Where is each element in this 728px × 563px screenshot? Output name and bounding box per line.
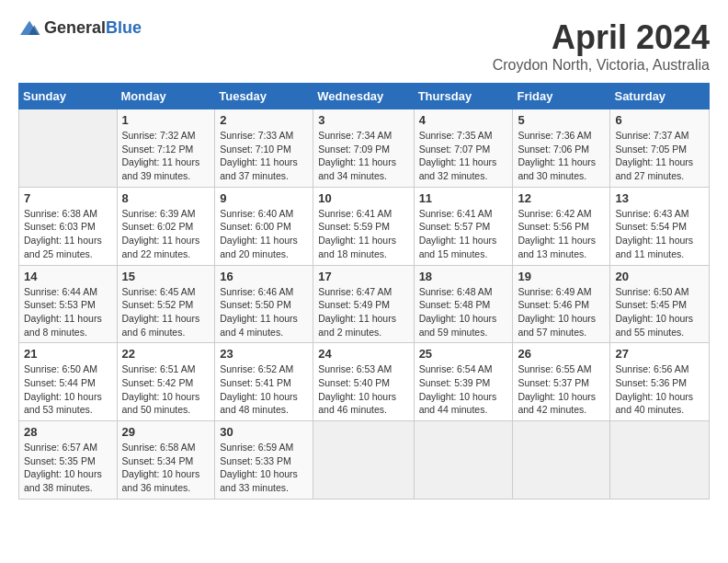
- calendar-cell: 1Sunrise: 7:32 AMSunset: 7:12 PMDaylight…: [117, 109, 215, 188]
- page-header: GeneralBlue April 2024 Croydon North, Vi…: [18, 18, 710, 74]
- day-info: Sunrise: 6:53 AMSunset: 5:40 PMDaylight:…: [318, 362, 408, 417]
- day-info: Sunrise: 6:41 AMSunset: 5:57 PMDaylight:…: [419, 207, 508, 261]
- calendar-cell: 10Sunrise: 6:41 AMSunset: 5:59 PMDayligh…: [313, 187, 414, 265]
- day-number: 1: [122, 113, 210, 127]
- logo: GeneralBlue: [18, 18, 142, 38]
- day-number: 23: [220, 347, 308, 361]
- day-number: 9: [220, 191, 308, 205]
- day-number: 19: [518, 270, 605, 283]
- header-thursday: Thursday: [414, 84, 513, 109]
- logo-blue: Blue: [106, 18, 142, 37]
- day-number: 18: [419, 270, 508, 283]
- calendar-cell: 12Sunrise: 6:42 AMSunset: 5:56 PMDayligh…: [513, 187, 610, 265]
- day-info: Sunrise: 7:36 AMSunset: 7:06 PMDaylight:…: [518, 129, 605, 183]
- day-number: 17: [318, 270, 408, 283]
- day-number: 22: [122, 347, 210, 361]
- calendar-cell: [19, 109, 118, 188]
- day-info: Sunrise: 6:47 AMSunset: 5:49 PMDaylight:…: [318, 285, 408, 339]
- calendar-week-row: 21Sunrise: 6:50 AMSunset: 5:44 PMDayligh…: [19, 343, 710, 421]
- day-info: Sunrise: 7:34 AMSunset: 7:09 PMDaylight:…: [318, 129, 408, 183]
- calendar-cell: 5Sunrise: 7:36 AMSunset: 7:06 PMDaylight…: [513, 109, 610, 188]
- day-number: 14: [24, 270, 112, 283]
- day-info: Sunrise: 6:50 AMSunset: 5:45 PMDaylight:…: [615, 285, 704, 339]
- day-info: Sunrise: 6:48 AMSunset: 5:48 PMDaylight:…: [419, 285, 508, 339]
- header-monday: Monday: [117, 84, 215, 109]
- calendar-cell: 28Sunrise: 6:57 AMSunset: 5:35 PMDayligh…: [19, 421, 118, 500]
- day-info: Sunrise: 6:59 AMSunset: 5:33 PMDaylight:…: [220, 441, 308, 495]
- calendar-cell: 13Sunrise: 6:43 AMSunset: 5:54 PMDayligh…: [610, 187, 710, 265]
- calendar-cell: [414, 421, 513, 500]
- day-info: Sunrise: 7:37 AMSunset: 7:05 PMDaylight:…: [615, 129, 704, 183]
- calendar-cell: 21Sunrise: 6:50 AMSunset: 5:44 PMDayligh…: [19, 343, 118, 421]
- calendar-cell: 9Sunrise: 6:40 AMSunset: 6:00 PMDaylight…: [215, 187, 313, 265]
- day-info: Sunrise: 6:51 AMSunset: 5:42 PMDaylight:…: [122, 362, 210, 417]
- calendar-cell: 8Sunrise: 6:39 AMSunset: 6:02 PMDaylight…: [117, 187, 215, 265]
- day-info: Sunrise: 6:57 AMSunset: 5:35 PMDaylight:…: [24, 441, 112, 495]
- day-number: 8: [122, 191, 210, 205]
- day-info: Sunrise: 7:33 AMSunset: 7:10 PMDaylight:…: [220, 129, 308, 183]
- day-number: 25: [419, 347, 508, 361]
- day-info: Sunrise: 6:45 AMSunset: 5:52 PMDaylight:…: [122, 285, 210, 339]
- location-title: Croydon North, Victoria, Australia: [493, 57, 710, 74]
- calendar-cell: 6Sunrise: 7:37 AMSunset: 7:05 PMDaylight…: [610, 109, 710, 188]
- calendar-week-row: 7Sunrise: 6:38 AMSunset: 6:03 PMDaylight…: [19, 187, 710, 265]
- day-number: 21: [24, 347, 112, 361]
- day-number: 29: [122, 425, 210, 439]
- title-section: April 2024 Croydon North, Victoria, Aust…: [493, 18, 710, 74]
- calendar-cell: 15Sunrise: 6:45 AMSunset: 5:52 PMDayligh…: [117, 265, 215, 343]
- calendar-cell: 22Sunrise: 6:51 AMSunset: 5:42 PMDayligh…: [117, 343, 215, 421]
- day-info: Sunrise: 6:44 AMSunset: 5:53 PMDaylight:…: [24, 285, 112, 339]
- day-number: 5: [518, 113, 605, 127]
- calendar-week-row: 1Sunrise: 7:32 AMSunset: 7:12 PMDaylight…: [19, 109, 710, 188]
- header-saturday: Saturday: [610, 84, 710, 109]
- calendar-cell: 23Sunrise: 6:52 AMSunset: 5:41 PMDayligh…: [215, 343, 313, 421]
- day-info: Sunrise: 6:50 AMSunset: 5:44 PMDaylight:…: [24, 362, 112, 417]
- calendar-cell: 20Sunrise: 6:50 AMSunset: 5:45 PMDayligh…: [610, 265, 710, 343]
- day-info: Sunrise: 6:41 AMSunset: 5:59 PMDaylight:…: [318, 207, 408, 261]
- day-number: 15: [122, 270, 210, 283]
- calendar-cell: 17Sunrise: 6:47 AMSunset: 5:49 PMDayligh…: [313, 265, 414, 343]
- day-number: 2: [220, 113, 308, 127]
- day-info: Sunrise: 6:49 AMSunset: 5:46 PMDaylight:…: [518, 285, 605, 339]
- day-number: 11: [419, 191, 508, 205]
- day-info: Sunrise: 6:42 AMSunset: 5:56 PMDaylight:…: [518, 207, 605, 261]
- calendar-cell: 14Sunrise: 6:44 AMSunset: 5:53 PMDayligh…: [19, 265, 118, 343]
- day-number: 27: [615, 347, 704, 361]
- day-number: 26: [518, 347, 605, 361]
- calendar-cell: [610, 421, 710, 500]
- day-number: 30: [220, 425, 308, 439]
- day-info: Sunrise: 6:52 AMSunset: 5:41 PMDaylight:…: [220, 362, 308, 417]
- calendar-cell: 29Sunrise: 6:58 AMSunset: 5:34 PMDayligh…: [117, 421, 215, 500]
- day-number: 10: [318, 191, 408, 205]
- calendar-cell: [313, 421, 414, 500]
- day-info: Sunrise: 6:58 AMSunset: 5:34 PMDaylight:…: [122, 441, 210, 495]
- day-number: 16: [220, 270, 308, 283]
- calendar-cell: 27Sunrise: 6:56 AMSunset: 5:36 PMDayligh…: [610, 343, 710, 421]
- calendar-week-row: 14Sunrise: 6:44 AMSunset: 5:53 PMDayligh…: [19, 265, 710, 343]
- calendar-cell: 24Sunrise: 6:53 AMSunset: 5:40 PMDayligh…: [313, 343, 414, 421]
- calendar-cell: 11Sunrise: 6:41 AMSunset: 5:57 PMDayligh…: [414, 187, 513, 265]
- day-number: 28: [24, 425, 112, 439]
- day-info: Sunrise: 6:54 AMSunset: 5:39 PMDaylight:…: [419, 362, 508, 417]
- logo-general: General: [44, 18, 106, 37]
- day-info: Sunrise: 6:39 AMSunset: 6:02 PMDaylight:…: [122, 207, 210, 261]
- header-sunday: Sunday: [19, 84, 118, 109]
- calendar-cell: 19Sunrise: 6:49 AMSunset: 5:46 PMDayligh…: [513, 265, 610, 343]
- calendar-cell: [513, 421, 610, 500]
- day-number: 20: [615, 270, 704, 283]
- calendar-table: Sunday Monday Tuesday Wednesday Thursday…: [18, 83, 710, 500]
- header-friday: Friday: [513, 84, 610, 109]
- day-number: 7: [24, 191, 112, 205]
- logo-icon: [18, 19, 40, 38]
- day-info: Sunrise: 6:46 AMSunset: 5:50 PMDaylight:…: [220, 285, 308, 339]
- calendar-cell: 18Sunrise: 6:48 AMSunset: 5:48 PMDayligh…: [414, 265, 513, 343]
- calendar-cell: 2Sunrise: 7:33 AMSunset: 7:10 PMDaylight…: [215, 109, 313, 188]
- calendar-cell: 3Sunrise: 7:34 AMSunset: 7:09 PMDaylight…: [313, 109, 414, 188]
- header-tuesday: Tuesday: [215, 84, 313, 109]
- calendar-cell: 16Sunrise: 6:46 AMSunset: 5:50 PMDayligh…: [215, 265, 313, 343]
- calendar-cell: 25Sunrise: 6:54 AMSunset: 5:39 PMDayligh…: [414, 343, 513, 421]
- day-info: Sunrise: 6:40 AMSunset: 6:00 PMDaylight:…: [220, 207, 308, 261]
- day-info: Sunrise: 7:32 AMSunset: 7:12 PMDaylight:…: [122, 129, 210, 183]
- calendar-cell: 30Sunrise: 6:59 AMSunset: 5:33 PMDayligh…: [215, 421, 313, 500]
- weekday-header-row: Sunday Monday Tuesday Wednesday Thursday…: [19, 84, 710, 109]
